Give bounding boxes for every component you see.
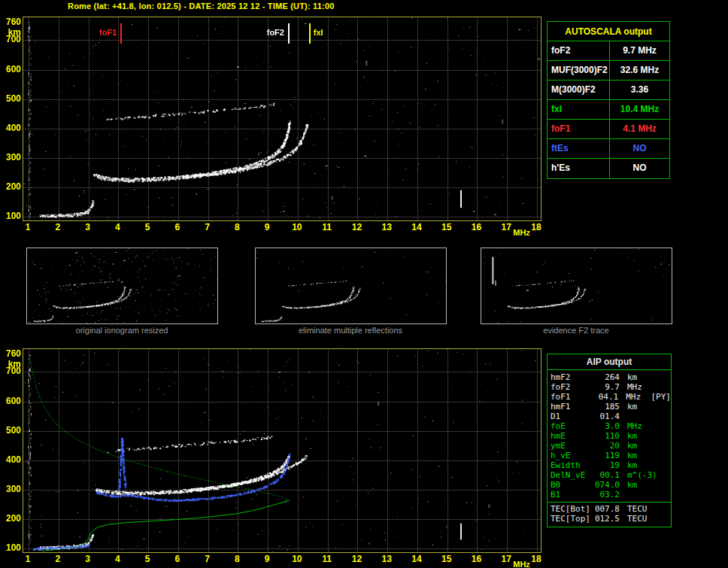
x-tick-label: 15 bbox=[441, 554, 451, 564]
aip-param-label: hmE bbox=[548, 431, 591, 441]
aip-param-value: 185 bbox=[591, 402, 620, 412]
aip-param-value: 3.0 bbox=[591, 421, 620, 431]
aip-row: D101.4 bbox=[548, 412, 671, 421]
aip-param-label: ymE bbox=[548, 441, 591, 451]
x-tick-label: 13 bbox=[381, 554, 391, 564]
aip-param-value: 110 bbox=[591, 431, 620, 441]
autoscala-param-label: foF2 bbox=[548, 41, 610, 60]
aip-param-value: 00.1 bbox=[591, 470, 620, 480]
aip-param-extra: [PY] bbox=[651, 392, 672, 402]
aip-tec-row: TEC[Bot]007.8TECU bbox=[548, 504, 671, 514]
aip-param-unit: MHz bbox=[620, 382, 653, 392]
aip-row: ymE20km bbox=[548, 441, 671, 451]
marker-line-foF1 bbox=[120, 23, 122, 44]
aip-param-unit: km bbox=[620, 431, 653, 441]
aip-param-label: D1 bbox=[548, 412, 591, 421]
autoscala-table: AUTOSCALA output foF29.7 MHzMUF(3000)F23… bbox=[547, 21, 670, 179]
autoscala-row: foF29.7 MHz bbox=[548, 41, 669, 61]
x-tick-label: 1 bbox=[26, 554, 31, 564]
marker-label-fxI: fxI bbox=[314, 28, 323, 37]
autoscala-param-value: 32.6 MHz bbox=[610, 61, 669, 80]
y-axis-unit: km bbox=[2, 359, 21, 369]
x-tick-label: 8 bbox=[235, 222, 240, 232]
x-tick-label: 2 bbox=[55, 554, 60, 564]
aip-param-value: 20 bbox=[591, 441, 620, 451]
aip-param-unit: km bbox=[620, 451, 653, 460]
x-tick-label: 10 bbox=[292, 222, 302, 232]
aip-param-value: 01.4 bbox=[591, 412, 620, 421]
aip-param-unit: TECU bbox=[620, 514, 653, 524]
app-screen: Rome (lat: +41.8, lon: 012.5) - DATE: 20… bbox=[0, 0, 728, 568]
x-tick-label: 18 bbox=[531, 554, 541, 564]
thumbnail-canvas-f2-trace bbox=[481, 248, 672, 323]
aip-param-unit bbox=[620, 412, 653, 421]
page-title: Rome (lat: +41.8, lon: 012.5) - DATE: 20… bbox=[68, 2, 335, 11]
aip-param-value: 03.2 bbox=[591, 490, 620, 500]
aip-param-value: 012.5 bbox=[591, 514, 620, 524]
aip-row: B0074.0km bbox=[548, 480, 671, 490]
autoscala-param-value: NO bbox=[610, 139, 669, 158]
x-tick-label: 5 bbox=[145, 554, 150, 564]
x-tick-label: 6 bbox=[174, 554, 180, 564]
aip-param-extra bbox=[653, 480, 671, 490]
aip-param-label: h_vE bbox=[548, 451, 591, 460]
autoscala-param-label: fxI bbox=[548, 100, 610, 119]
x-tick-label: 12 bbox=[352, 554, 362, 564]
x-tick-label: 12 bbox=[352, 222, 362, 232]
aip-param-label: foF2 bbox=[548, 382, 591, 392]
autoscala-rows: foF29.7 MHzMUF(3000)F232.6 MHzM(3000)F23… bbox=[548, 41, 669, 178]
thumbnail-no-multiples bbox=[255, 248, 447, 324]
y-tick-label: 500 bbox=[2, 93, 21, 104]
aip-param-label: Ewidth bbox=[548, 460, 591, 470]
autoscala-param-label: MUF(3000)F2 bbox=[548, 61, 610, 80]
thumbnail-canvas-original bbox=[27, 248, 217, 323]
aip-tec-row: TEC[Top]012.5TECU bbox=[548, 514, 671, 524]
y-tick-label: 100 bbox=[2, 211, 21, 221]
marker-label-foF2: foF2 bbox=[267, 28, 284, 37]
autoscala-param-label: h'Es bbox=[548, 159, 610, 178]
aip-param-unit: km bbox=[620, 402, 653, 412]
aip-param-value: 074.0 bbox=[591, 480, 620, 490]
autoscala-row: MUF(3000)F232.6 MHz bbox=[548, 61, 669, 80]
y-tick-label: 760 bbox=[2, 17, 21, 27]
ionogram-plot-bottom bbox=[23, 348, 541, 553]
x-tick-label: 7 bbox=[205, 222, 210, 232]
y-tick-label: 400 bbox=[2, 123, 21, 133]
ionogram-canvas-bottom bbox=[23, 349, 541, 552]
aip-row: hmF2264km bbox=[548, 372, 671, 382]
ionogram-canvas-top bbox=[23, 17, 541, 220]
aip-param-unit: km bbox=[620, 372, 653, 382]
thumbnail-caption-no-multiples: eliminate multiple reflections bbox=[299, 326, 402, 335]
thumbnail-caption-f2-trace: evidence F2 trace bbox=[543, 326, 608, 335]
y-tick-label: 500 bbox=[2, 425, 21, 436]
x-tick-label: 9 bbox=[265, 554, 270, 564]
aip-param-extra bbox=[653, 412, 671, 421]
aip-param-label: TEC[Top] bbox=[548, 514, 591, 524]
aip-table: AIP output hmF2264kmfoF29.7MHzfoF104.1MH… bbox=[547, 354, 672, 527]
aip-row: hmE110km bbox=[548, 431, 671, 441]
aip-row: h_vE119km bbox=[548, 451, 671, 460]
x-tick-label: 11 bbox=[322, 222, 332, 232]
x-tick-label: 4 bbox=[115, 222, 120, 232]
aip-param-label: TEC[Bot] bbox=[548, 504, 591, 514]
x-tick-label: 16 bbox=[472, 554, 481, 564]
x-tick-label: 2 bbox=[55, 222, 60, 232]
x-tick-label: 17 bbox=[502, 222, 511, 232]
y-tick-label: 200 bbox=[2, 181, 21, 192]
x-tick-label: 17 bbox=[502, 554, 511, 564]
x-axis-unit: MHz bbox=[513, 228, 530, 237]
x-tick-label: 14 bbox=[411, 222, 421, 232]
aip-param-label: foF1 bbox=[548, 392, 590, 402]
x-tick-label: 8 bbox=[235, 554, 240, 564]
aip-param-unit: km bbox=[620, 441, 653, 451]
x-tick-label: 4 bbox=[115, 554, 120, 564]
aip-param-unit: TECU bbox=[620, 504, 653, 514]
autoscala-param-value: 10.4 MHz bbox=[610, 100, 669, 119]
aip-param-unit: km bbox=[620, 460, 653, 470]
x-tick-label: 13 bbox=[381, 222, 391, 232]
aip-param-extra bbox=[653, 441, 671, 451]
aip-row: foF104.1MHz[PY] bbox=[548, 392, 671, 402]
autoscala-row: ftEsNO bbox=[548, 139, 669, 159]
y-tick-label: 300 bbox=[2, 484, 21, 494]
x-tick-label: 10 bbox=[292, 554, 302, 564]
